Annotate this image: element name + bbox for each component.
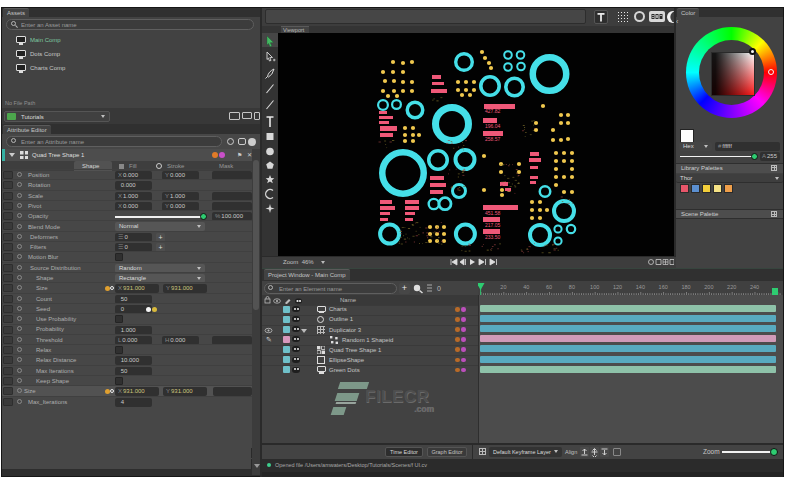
svg-text:233.50: 233.50 [485, 234, 501, 240]
svg-text:60: 60 [546, 284, 552, 290]
svg-text:196.04: 196.04 [485, 123, 501, 129]
svg-text:427.82: 427.82 [485, 108, 501, 114]
svg-text:220: 220 [727, 284, 736, 290]
svg-text:160: 160 [659, 284, 668, 290]
svg-text:180: 180 [682, 284, 691, 290]
svg-text:80: 80 [569, 284, 575, 290]
svg-text:200: 200 [704, 284, 713, 290]
svg-text:20: 20 [500, 284, 506, 290]
svg-text:140: 140 [636, 284, 645, 290]
svg-text:40: 40 [523, 284, 529, 290]
svg-text:100: 100 [590, 284, 599, 290]
svg-text:240: 240 [750, 284, 759, 290]
svg-text:258.57: 258.57 [485, 136, 501, 142]
svg-text:451.58: 451.58 [485, 210, 501, 216]
svg-text:120: 120 [613, 284, 622, 290]
svg-text:217.05: 217.05 [485, 222, 501, 228]
svg-text:0: 0 [437, 285, 441, 292]
